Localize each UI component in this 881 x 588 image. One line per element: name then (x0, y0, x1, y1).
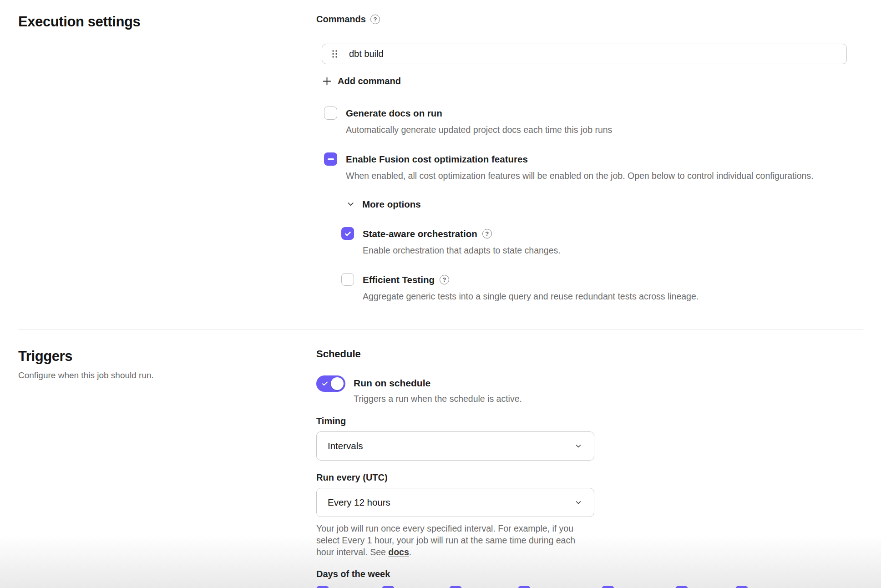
sunday-checkbox (316, 586, 329, 588)
state-aware-help-icon[interactable] (482, 229, 492, 238)
job-settings-page: Execution settings Commands (0, 0, 881, 588)
efficient-testing-checkbox[interactable] (341, 273, 354, 286)
day-checkbox-wednesday[interactable]: Wednesday (518, 586, 588, 588)
triggers-title: Triggers (18, 348, 316, 365)
day-checkbox-friday[interactable]: Friday (675, 586, 722, 588)
timing-select[interactable]: Intervals (316, 431, 594, 461)
interval-help-text: Your job will run once every specified i… (316, 522, 589, 558)
command-input[interactable]: dbt build (322, 44, 847, 64)
triggers-content: Schedule Run on schedule Triggers a run … (316, 348, 863, 588)
option-row-state-aware: State-aware orchestration Enable orchest… (341, 227, 863, 257)
commands-label: Commands (316, 14, 366, 25)
saturday-checkbox (735, 586, 748, 588)
efficient-testing-help-icon[interactable] (440, 275, 449, 284)
drag-handle-icon[interactable] (331, 50, 338, 58)
toggle-checkmark-icon (321, 380, 329, 387)
day-checkbox-tuesday[interactable]: Tuesday (449, 586, 505, 588)
monday-checkbox (382, 586, 395, 588)
thursday-checkbox (602, 586, 614, 588)
efficient-testing-description: Aggregate generic tests into a single qu… (363, 290, 699, 303)
days-of-week-row: Sunday Monday Tuesday Wednesday Thursday (316, 586, 863, 588)
chevron-down-icon (574, 498, 583, 507)
run-every-label: Run every (UTC) (316, 472, 863, 483)
day-checkbox-monday[interactable]: Monday (382, 586, 435, 588)
plus-icon (323, 77, 331, 86)
interval-help-after: . (409, 547, 411, 557)
timing-select-value: Intervals (328, 441, 363, 451)
timing-label: Timing (316, 416, 863, 426)
run-on-schedule-toggle[interactable] (316, 375, 345, 392)
day-checkbox-saturday[interactable]: Saturday (735, 586, 794, 588)
wednesday-checkbox (518, 586, 531, 588)
run-every-select-value: Every 12 hours (328, 497, 390, 508)
schedule-title: Schedule (316, 348, 863, 360)
commands-help-icon[interactable] (370, 15, 380, 24)
more-options-expander[interactable]: More options (346, 199, 421, 210)
generate-docs-label: Generate docs on run (346, 106, 612, 120)
execution-settings-content: Commands dbt build (316, 14, 863, 303)
run-every-select[interactable]: Every 12 hours (316, 488, 594, 517)
triggers-subtitle: Configure when this job should run. (18, 370, 316, 380)
tuesday-checkbox (449, 586, 462, 588)
days-of-week-label: Days of the week (316, 569, 863, 579)
option-row-efficient-testing: Efficient Testing Aggregate generic test… (341, 273, 863, 303)
command-value: dbt build (349, 49, 384, 59)
generate-docs-checkbox[interactable] (324, 106, 337, 120)
run-on-schedule-label: Run on schedule (354, 375, 522, 391)
state-aware-description: Enable orchestration that adapts to stat… (363, 244, 561, 257)
state-aware-label: State-aware orchestration (363, 227, 477, 240)
day-checkbox-thursday[interactable]: Thursday (602, 586, 662, 588)
execution-settings-title: Execution settings (18, 14, 316, 30)
chevron-down-icon (574, 441, 583, 451)
day-checkbox-sunday[interactable]: Sunday (316, 586, 369, 588)
execution-options: Generate docs on run Automatically gener… (324, 106, 863, 303)
triggers-header: Triggers Configure when this job should … (18, 348, 316, 588)
interval-help-before: Your job will run once every specified i… (316, 523, 575, 557)
run-on-schedule-row: Run on schedule Triggers a run when the … (316, 375, 863, 404)
commands-label-row: Commands (316, 14, 863, 25)
option-row-generate-docs: Generate docs on run Automatically gener… (324, 106, 863, 136)
checkmark-icon (344, 230, 352, 238)
option-row-fusion-cost: Enable Fusion cost optimization features… (324, 152, 863, 182)
add-command-button[interactable]: Add command (323, 76, 401, 86)
chevron-down-icon (346, 199, 355, 209)
more-options-label: More options (362, 199, 421, 210)
execution-settings-section: Execution settings Commands (18, 0, 863, 303)
toggle-knob (331, 377, 344, 390)
run-on-schedule-description: Triggers a run when the schedule is acti… (354, 394, 522, 404)
fusion-cost-label: Enable Fusion cost optimization features (346, 152, 814, 166)
triggers-section: Triggers Configure when this job should … (18, 330, 863, 588)
add-command-label: Add command (338, 76, 401, 86)
efficient-testing-label: Efficient Testing (363, 273, 435, 286)
fusion-cost-description: When enabled, all cost optimization feat… (346, 170, 814, 182)
execution-settings-header: Execution settings (18, 14, 316, 303)
fusion-cost-checkbox[interactable] (324, 152, 337, 166)
docs-link[interactable]: docs (388, 547, 409, 557)
state-aware-checkbox[interactable] (341, 227, 354, 240)
generate-docs-description: Automatically generate updated project d… (346, 124, 612, 136)
friday-checkbox (675, 586, 688, 588)
indeterminate-dash-icon (328, 158, 334, 160)
